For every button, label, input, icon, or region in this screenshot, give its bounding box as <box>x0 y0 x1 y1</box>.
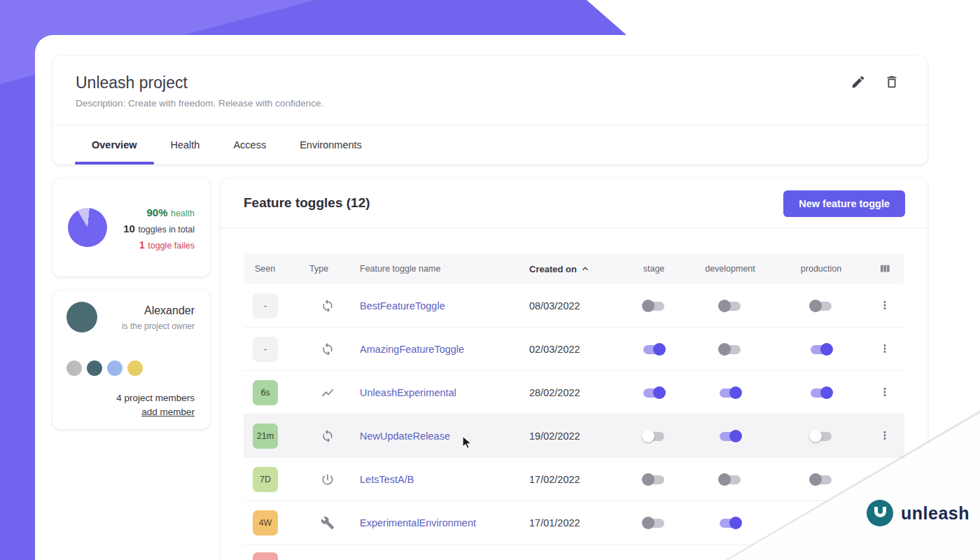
feature-toggles-title: Feature toggles (12) <box>244 195 370 211</box>
development-toggle-switch[interactable] <box>720 388 741 398</box>
seen-cell: 4W <box>244 510 301 536</box>
seen-cell: 7D <box>244 467 301 492</box>
toggle-name-link[interactable]: UnleashExperimental <box>354 387 524 398</box>
unleash-logo-text: unleash <box>901 503 969 524</box>
table-header-row: Seen Type Feature toggle name Created on… <box>244 253 904 284</box>
toggles-total-label: toggles in total <box>138 225 195 234</box>
production-toggle-switch[interactable] <box>811 345 832 354</box>
seen-badge: 7D <box>253 467 278 492</box>
production-toggle-switch[interactable] <box>811 475 832 484</box>
development-cell <box>683 386 777 399</box>
stage-toggle-switch[interactable] <box>643 475 664 484</box>
more-vert-icon <box>878 432 891 444</box>
feature-toggle-row[interactable]: 6s UnleashExperimental 28/02/2022 <box>244 371 904 414</box>
trash-icon <box>884 80 899 92</box>
stage-toggle-switch[interactable] <box>643 388 664 398</box>
logo-u-glyph <box>874 507 886 517</box>
stage-toggle-switch[interactable] <box>643 302 664 311</box>
toggle-type-cell <box>301 472 354 486</box>
seen-badge: 6s <box>253 380 278 405</box>
kill-switch-icon <box>321 472 335 484</box>
toggle-type-cell <box>301 342 354 356</box>
stage-cell <box>624 473 683 486</box>
add-member-link[interactable]: add member <box>141 407 195 417</box>
feature-toggle-row[interactable]: - AmazingFeatureToggle 02/03/2022 <box>244 328 904 371</box>
column-header-development: development <box>683 264 777 274</box>
seen-badge: - <box>253 293 278 318</box>
toggle-created-date: 17/02/2022 <box>524 474 624 485</box>
toggle-created-date: 19/02/2022 <box>524 430 624 442</box>
experiment-icon <box>321 386 335 398</box>
column-header-type: Type <box>301 264 354 274</box>
project-tabs: Overview Health Access Environments <box>75 125 379 164</box>
more-vert-icon <box>878 388 891 400</box>
stage-toggle-switch[interactable] <box>643 519 664 528</box>
toggles-total-line: 10 toggles in total <box>123 221 195 237</box>
unleash-logo: unleash <box>867 500 969 526</box>
row-actions-cell <box>865 340 904 358</box>
development-toggle-switch[interactable] <box>720 345 741 354</box>
tab-health[interactable]: Health <box>154 125 217 164</box>
production-toggle-switch[interactable] <box>811 432 832 441</box>
project-header-card: Unleash project Description: Create with… <box>52 56 927 164</box>
toggle-name-link[interactable]: BestFeatureToggle <box>354 300 524 312</box>
column-header-seen: Seen <box>244 264 301 274</box>
member-avatar <box>66 360 82 376</box>
row-kebab-button[interactable] <box>876 427 893 444</box>
more-vert-icon <box>878 345 891 357</box>
members-summary: 4 project members <box>116 393 195 403</box>
tab-access[interactable]: Access <box>216 125 283 164</box>
development-cell <box>683 473 777 486</box>
stage-cell <box>624 300 683 312</box>
stage-toggle-switch[interactable] <box>643 345 664 354</box>
toggle-created-date: 17/01/2022 <box>524 517 624 528</box>
development-toggle-switch[interactable] <box>720 432 741 441</box>
more-vert-icon <box>878 302 891 314</box>
toggle-fails-label: toggle failes <box>148 241 195 251</box>
toggle-type-cell <box>301 516 354 530</box>
sort-ascending-icon <box>580 264 591 274</box>
pencil-icon <box>850 80 866 92</box>
production-cell <box>777 386 865 399</box>
development-cell <box>683 430 777 442</box>
seen-cell: - <box>244 293 301 318</box>
feature-toggle-row[interactable]: 21m NewUpdateRelease 19/02/2022 <box>244 414 904 458</box>
member-avatar <box>87 360 102 376</box>
production-toggle-switch[interactable] <box>811 302 832 311</box>
release-icon <box>321 342 335 354</box>
toggle-name-link[interactable]: NewUpdateRelease <box>354 430 524 442</box>
new-feature-toggle-button[interactable]: New feature toggle <box>783 190 905 217</box>
health-label: health <box>171 209 195 218</box>
tab-overview[interactable]: Overview <box>75 125 154 164</box>
edit-project-button[interactable] <box>850 74 869 92</box>
column-settings-button[interactable] <box>865 262 904 276</box>
health-line: 90% health <box>123 205 195 221</box>
tab-environments[interactable]: Environments <box>283 125 379 164</box>
stage-toggle-switch[interactable] <box>643 432 664 441</box>
health-percent: 90% <box>146 206 167 218</box>
toggle-type-cell <box>301 429 354 443</box>
development-toggle-switch[interactable] <box>720 302 741 311</box>
unleash-app: Unleash project Description: Create with… <box>0 0 980 560</box>
toggle-name-link[interactable]: AmazingFeatureToggle <box>354 344 524 355</box>
seen-cell <box>244 552 301 560</box>
row-kebab-button[interactable] <box>876 297 893 314</box>
delete-project-button[interactable] <box>884 74 902 92</box>
seen-badge: 21m <box>253 424 278 449</box>
feature-toggle-row[interactable]: - BestFeatureToggle 08/03/2022 <box>244 284 904 328</box>
development-toggle-switch[interactable] <box>720 519 741 528</box>
top-right-corner-cut <box>587 0 980 35</box>
production-cell <box>777 430 865 442</box>
toggle-created-date: 08/03/2022 <box>524 300 624 312</box>
column-header-created-on[interactable]: Created on <box>524 263 624 274</box>
toggle-name-link[interactable]: LetsTestA/B <box>354 474 524 485</box>
feature-toggle-row[interactable]: 7D LetsTestA/B 17/02/2022 <box>244 458 904 501</box>
production-toggle-switch[interactable] <box>811 388 832 398</box>
development-toggle-switch[interactable] <box>720 475 741 484</box>
row-kebab-button[interactable] <box>876 384 893 400</box>
toggle-name-link[interactable]: ExperimentalEnvironment <box>354 517 524 528</box>
toggle-created-date: 28/02/2022 <box>524 387 624 398</box>
health-stats: 90% health 10 toggles in total 1 toggle … <box>123 205 195 253</box>
toggle-fails-line: 1 toggle failes <box>123 237 195 253</box>
row-kebab-button[interactable] <box>876 340 893 357</box>
